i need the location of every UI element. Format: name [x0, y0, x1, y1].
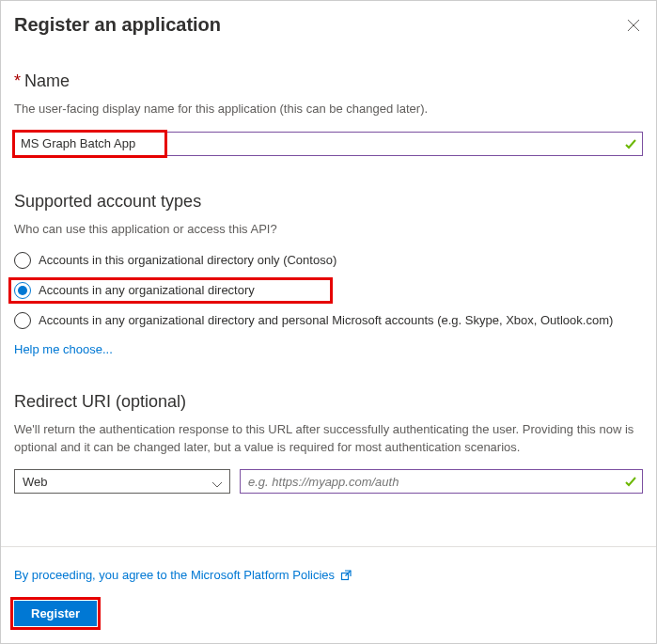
account-types-radio-group: Accounts in this organizational director…: [14, 252, 643, 329]
radio-option-single-tenant[interactable]: Accounts in this organizational director…: [14, 252, 643, 269]
account-types-section: Supported account types Who can use this…: [14, 192, 643, 356]
policy-link[interactable]: By proceeding, you agree to the Microsof…: [14, 568, 643, 582]
required-asterisk: *: [14, 71, 21, 90]
external-link-icon: [340, 570, 352, 581]
redirect-uri-section: Redirect URI (optional) We'll return the…: [14, 392, 643, 495]
account-types-label: Supported account types: [14, 192, 643, 212]
register-button[interactable]: Register: [14, 601, 97, 626]
platform-select[interactable]: Web: [14, 469, 230, 494]
radio-label: Accounts in any organizational directory: [39, 283, 255, 297]
name-input[interactable]: [14, 132, 643, 156]
radio-icon: [14, 282, 31, 299]
name-helper-text: The user-facing display name for this ap…: [14, 101, 643, 118]
radio-label: Accounts in this organizational director…: [39, 253, 336, 267]
name-label: *Name: [14, 71, 643, 91]
radio-icon: [14, 252, 31, 269]
radio-label: Accounts in any organizational directory…: [39, 313, 613, 327]
redirect-uri-label: Redirect URI (optional): [14, 392, 643, 412]
help-me-choose-link[interactable]: Help me choose...: [14, 342, 643, 356]
close-button[interactable]: [624, 16, 643, 35]
checkmark-icon: [624, 475, 637, 488]
redirect-uri-input[interactable]: [240, 469, 643, 494]
chevron-down-icon: [211, 478, 223, 485]
panel-title: Register an application: [14, 14, 221, 36]
platform-select-value: Web: [23, 475, 48, 489]
name-section: *Name The user-facing display name for t…: [14, 71, 643, 156]
close-icon: [627, 19, 640, 32]
radio-option-multi-tenant-personal[interactable]: Accounts in any organizational directory…: [14, 312, 643, 329]
policy-link-text: By proceeding, you agree to the Microsof…: [14, 568, 335, 582]
checkmark-icon: [624, 137, 637, 150]
radio-option-multi-tenant[interactable]: Accounts in any organizational directory: [14, 282, 643, 299]
radio-icon: [14, 312, 31, 329]
account-types-helper: Who can use this application or access t…: [14, 221, 643, 239]
redirect-uri-helper: We'll return the authentication response…: [14, 421, 643, 457]
